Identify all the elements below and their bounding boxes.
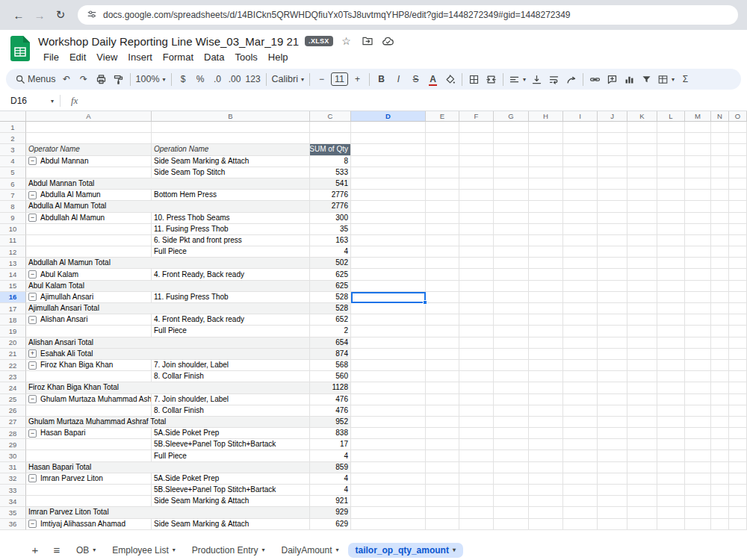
cell-I32[interactable] xyxy=(563,473,598,485)
cell-M16[interactable] xyxy=(685,292,711,303)
cell-J5[interactable] xyxy=(598,167,627,178)
cell-O34[interactable] xyxy=(729,496,747,507)
cell-C1[interactable] xyxy=(310,122,351,133)
cell-A2[interactable] xyxy=(26,133,152,144)
site-settings-icon[interactable] xyxy=(87,9,97,22)
cell-B11[interactable]: 6. Side Pkt and front press xyxy=(152,235,310,246)
cell-O23[interactable] xyxy=(729,371,747,382)
cell-J36[interactable] xyxy=(598,519,627,530)
row-header-9[interactable]: 9 xyxy=(0,213,26,224)
cell-L16[interactable] xyxy=(657,292,685,303)
cell-B3[interactable]: Operation Name xyxy=(152,144,310,155)
cell-C4[interactable]: 8 xyxy=(310,156,351,167)
cell-M23[interactable] xyxy=(685,371,711,382)
cell-C26[interactable]: 476 xyxy=(310,405,351,417)
cell-A24[interactable]: Firoz Khan Biga Khan Total xyxy=(26,382,310,393)
cell-J8[interactable] xyxy=(598,201,627,212)
cell-O6[interactable] xyxy=(729,178,747,190)
cell-N21[interactable] xyxy=(711,349,729,360)
cell-G14[interactable] xyxy=(494,269,529,280)
merge-cells-button[interactable] xyxy=(483,70,500,88)
cell-D2[interactable] xyxy=(351,133,426,144)
cell-M18[interactable] xyxy=(685,314,711,326)
cell-C27[interactable]: 952 xyxy=(310,417,351,428)
cell-O31[interactable] xyxy=(729,462,747,473)
cell-K6[interactable] xyxy=(627,178,657,190)
cell-C9[interactable]: 300 xyxy=(310,213,351,224)
menu-data[interactable]: Data xyxy=(199,50,229,64)
cell-A12[interactable] xyxy=(26,246,152,258)
cell-O14[interactable] xyxy=(729,269,747,280)
cell-K36[interactable] xyxy=(627,519,657,530)
cell-J13[interactable] xyxy=(598,258,627,269)
cell-D25[interactable] xyxy=(351,394,426,405)
cell-N10[interactable] xyxy=(711,224,729,235)
cell-F1[interactable] xyxy=(459,122,494,133)
cell-J30[interactable] xyxy=(598,450,627,461)
cell-F20[interactable] xyxy=(459,337,494,349)
cell-K35[interactable] xyxy=(627,507,657,518)
table-views-button[interactable]: ▾ xyxy=(655,70,677,88)
cell-M35[interactable] xyxy=(685,507,711,518)
cell-H7[interactable] xyxy=(529,190,563,201)
cell-A15[interactable]: Abul Kalam Total xyxy=(26,281,310,292)
cell-L32[interactable] xyxy=(657,473,685,485)
cell-F28[interactable] xyxy=(459,428,494,439)
cell-E25[interactable] xyxy=(426,394,459,405)
menu-edit[interactable]: Edit xyxy=(64,50,91,64)
cell-J33[interactable] xyxy=(598,485,627,496)
cell-E12[interactable] xyxy=(426,246,459,258)
cell-B33[interactable]: 5B.Sleeve+Panel Top Stitch+Bartack xyxy=(152,485,310,496)
cell-M30[interactable] xyxy=(685,450,711,461)
cell-M24[interactable] xyxy=(685,382,711,393)
sheet-tab-Production Entry[interactable]: Production Entry▾ xyxy=(185,543,273,558)
cell-H20[interactable] xyxy=(529,337,563,349)
cell-N22[interactable] xyxy=(711,360,729,371)
cell-K2[interactable] xyxy=(627,133,657,144)
cell-N29[interactable] xyxy=(711,439,729,450)
cell-M33[interactable] xyxy=(685,485,711,496)
cell-B2[interactable] xyxy=(152,133,310,144)
cell-O9[interactable] xyxy=(729,213,747,224)
cell-F22[interactable] xyxy=(459,360,494,371)
collapse-group-button[interactable]: − xyxy=(28,395,37,403)
increase-font-size-button[interactable]: + xyxy=(349,70,366,88)
cell-O33[interactable] xyxy=(729,485,747,496)
row-header-26[interactable]: 26 xyxy=(0,405,26,417)
cell-O19[interactable] xyxy=(729,326,747,337)
cell-I10[interactable] xyxy=(563,224,598,235)
cell-J6[interactable] xyxy=(598,178,627,190)
cell-A13[interactable]: Abdullah Al Mamun Total xyxy=(26,258,310,269)
cell-B36[interactable]: Side Seam Marking & Attach xyxy=(152,519,310,530)
cell-H2[interactable] xyxy=(529,133,563,144)
row-header-17[interactable]: 17 xyxy=(0,303,26,314)
cell-C8[interactable]: 2776 xyxy=(310,201,351,212)
cell-C25[interactable]: 476 xyxy=(310,394,351,405)
cell-B23[interactable]: 8. Collar Finish xyxy=(152,371,310,382)
cell-O2[interactable] xyxy=(729,133,747,144)
row-header-11[interactable]: 11 xyxy=(0,235,26,246)
cell-J7[interactable] xyxy=(598,190,627,201)
cell-H16[interactable] xyxy=(529,292,563,303)
cell-H19[interactable] xyxy=(529,326,563,337)
collapse-group-button[interactable]: − xyxy=(28,214,37,222)
cell-D24[interactable] xyxy=(351,382,426,393)
cell-N18[interactable] xyxy=(711,314,729,326)
row-header-23[interactable]: 23 xyxy=(0,371,26,382)
cell-A25[interactable]: −Ghulam Murtaza Muhammad Ashraf xyxy=(26,394,152,405)
cell-D32[interactable] xyxy=(351,473,426,485)
cell-A22[interactable]: −Firoz Khan Biga Khan xyxy=(26,360,152,371)
cell-G16[interactable] xyxy=(494,292,529,303)
cell-B14[interactable]: 4. Front Ready, Back ready xyxy=(152,269,310,280)
cell-L23[interactable] xyxy=(657,371,685,382)
functions-button[interactable]: Σ xyxy=(677,70,694,88)
cell-G31[interactable] xyxy=(494,462,529,473)
cell-N28[interactable] xyxy=(711,428,729,439)
cell-A31[interactable]: Hasan Bapari Total xyxy=(26,462,310,473)
cell-O15[interactable] xyxy=(729,281,747,292)
cell-H25[interactable] xyxy=(529,394,563,405)
cell-K12[interactable] xyxy=(627,246,657,258)
cell-I16[interactable] xyxy=(563,292,598,303)
collapse-group-button[interactable]: − xyxy=(28,520,37,528)
cell-I8[interactable] xyxy=(563,201,598,212)
